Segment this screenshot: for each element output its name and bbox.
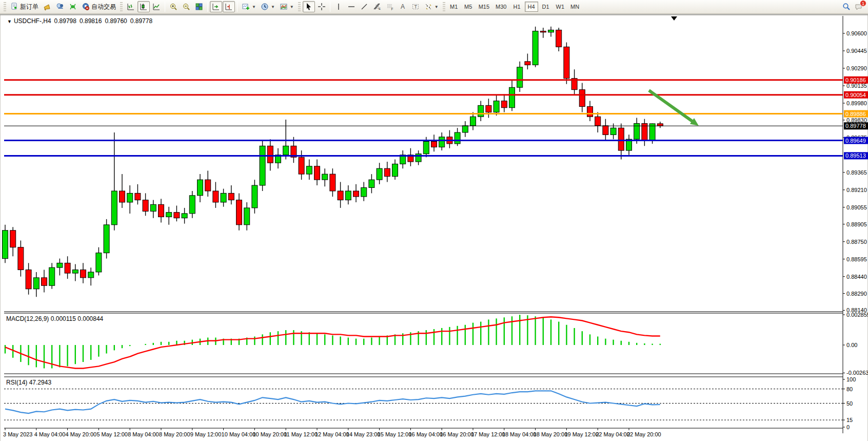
chart-shift-button[interactable] — [223, 1, 235, 12]
svg-text:15: 15 — [846, 417, 853, 423]
templates-icon — [280, 3, 288, 11]
candle-body — [556, 30, 562, 47]
timeframe-h1[interactable]: H1 — [510, 2, 524, 12]
svg-text:0.89365: 0.89365 — [846, 169, 867, 176]
svg-text:0.89830: 0.89830 — [846, 117, 867, 123]
candle-body — [111, 191, 117, 225]
indicators-button[interactable]: ▼ — [240, 1, 258, 12]
shapes-button[interactable]: ▼ — [422, 1, 441, 12]
timeframe-w1[interactable]: W1 — [554, 2, 567, 12]
svg-text:0.002855: 0.002855 — [846, 312, 868, 318]
timeframe-d1[interactable]: D1 — [539, 2, 553, 12]
timeframe-m1[interactable]: M1 — [447, 2, 461, 12]
toolbar-grip[interactable] — [4, 2, 6, 11]
trendline-button[interactable] — [358, 1, 370, 12]
timeframe-bar: M1M5M15M30H1H4D1W1MN — [447, 2, 582, 12]
fibonacci-button[interactable]: E — [371, 1, 383, 12]
cursor-icon — [305, 3, 313, 11]
svg-text:8 May 20:00: 8 May 20:00 — [159, 431, 190, 437]
svg-text:15 May 12:00: 15 May 12:00 — [378, 431, 412, 437]
price-line-tag: 0.90054 — [844, 91, 868, 99]
candle-body — [431, 142, 437, 147]
grid-button[interactable]: F — [384, 1, 396, 12]
timeframe-mn[interactable]: MN — [568, 2, 582, 12]
text-button[interactable]: A — [397, 1, 409, 12]
zoom-in-button[interactable] — [167, 1, 180, 12]
svg-text:50: 50 — [846, 400, 853, 407]
cursor-button[interactable] — [303, 1, 315, 12]
vertical-line-button[interactable] — [332, 1, 345, 12]
svg-text:14 May 23:00: 14 May 23:00 — [346, 431, 381, 437]
signal-button[interactable] — [67, 1, 79, 12]
svg-text:4 May 04:00: 4 May 04:00 — [34, 431, 66, 437]
notification-button[interactable]: 1 — [855, 3, 863, 11]
tile-windows-button[interactable] — [193, 1, 205, 12]
bar-chart-button[interactable] — [125, 1, 137, 12]
candle-body — [595, 117, 601, 126]
candle-body — [501, 101, 507, 108]
candlestick-button[interactable] — [137, 1, 150, 12]
candle-body — [260, 146, 265, 185]
timeframe-m15[interactable]: M15 — [476, 2, 492, 12]
candle-body — [236, 200, 242, 225]
svg-text:E: E — [379, 7, 381, 10]
chart-title: ▼USDCHF-,H40.897980.898160.897600.89778 — [7, 17, 152, 25]
candle-body — [135, 193, 141, 200]
notification-badge: 1 — [860, 0, 866, 7]
candle-body — [26, 270, 31, 289]
ohlc-toggle-icon[interactable]: ▼ — [7, 19, 12, 24]
candle-body — [369, 180, 374, 187]
candle-body — [96, 253, 102, 272]
horizontal-line-button[interactable] — [345, 1, 358, 12]
candle-body — [439, 137, 445, 147]
svg-text:0.89513: 0.89513 — [845, 152, 866, 159]
candle-body — [486, 105, 491, 112]
svg-text:22 May 04:00: 22 May 04:00 — [596, 431, 630, 437]
macd-indicator-label: MACD(12,26,9) 0.000115 0.000844 — [6, 315, 103, 322]
candle-body — [18, 247, 24, 270]
svg-text:0.88440: 0.88440 — [846, 274, 867, 280]
price-line-tag: 0.89886 — [844, 110, 868, 118]
new-order-button[interactable]: 新订单 — [8, 1, 41, 12]
auto-scroll-button[interactable] — [210, 1, 222, 12]
ohlc-open: 0.89798 — [54, 17, 76, 25]
crosshair-button[interactable] — [315, 1, 328, 12]
toolbar-grip[interactable] — [443, 2, 445, 11]
svg-text:11 May 12:00: 11 May 12:00 — [284, 431, 318, 437]
candle-body — [10, 231, 16, 247]
chart-canvas[interactable]: 0.906000.904450.902900.901350.899800.898… — [0, 15, 868, 441]
search-icon[interactable] — [842, 3, 851, 11]
svg-text:0.89055: 0.89055 — [846, 204, 867, 210]
svg-text:0: 0 — [846, 424, 850, 430]
timeframe-h4[interactable]: H4 — [525, 2, 538, 12]
templates-button[interactable]: ▼ — [278, 1, 296, 12]
svg-text:17 May 12:00: 17 May 12:00 — [471, 431, 505, 437]
candle-body — [532, 31, 538, 65]
zoom-out-button[interactable] — [180, 1, 192, 12]
candle-body — [159, 204, 164, 217]
candle-body — [603, 126, 608, 135]
label-button[interactable]: T — [409, 1, 422, 12]
ohlc-close: 0.89778 — [130, 17, 152, 25]
timeframe-m30[interactable]: M30 — [493, 2, 509, 12]
toolbar-grip[interactable] — [120, 2, 123, 11]
candle-body — [610, 128, 616, 135]
svg-text:8 May 04:00: 8 May 04:00 — [128, 431, 159, 437]
svg-text:4 May 20:00: 4 May 20:00 — [66, 431, 97, 437]
line-chart-button[interactable] — [150, 1, 163, 12]
label-icon: T — [411, 3, 420, 11]
toolbar-grip[interactable] — [298, 2, 301, 11]
svg-text:0.90186: 0.90186 — [845, 77, 866, 83]
svg-text:0.89649: 0.89649 — [845, 138, 866, 144]
crosshair-icon — [318, 3, 326, 11]
periods-button[interactable]: ▼ — [259, 1, 277, 12]
auto-trading-button[interactable]: 自动交易 — [80, 1, 118, 12]
svg-text:F: F — [391, 7, 393, 11]
market-watch-button[interactable] — [54, 1, 66, 12]
candle-body — [104, 225, 109, 253]
svg-text:0.90054: 0.90054 — [845, 92, 866, 98]
megaphone-button[interactable] — [41, 1, 53, 12]
timeframe-m5[interactable]: M5 — [462, 2, 475, 12]
toolbar-separator — [165, 2, 165, 12]
toolbar-separator — [237, 2, 238, 12]
